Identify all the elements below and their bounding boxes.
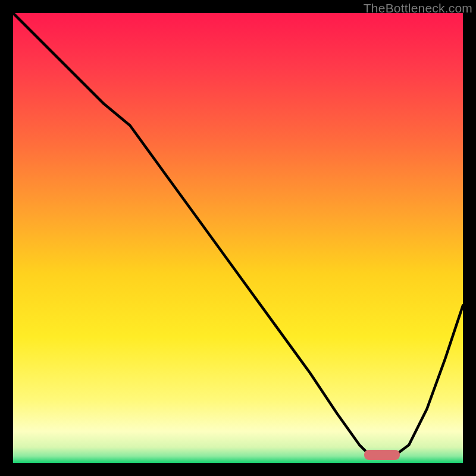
optimal-range-marker bbox=[364, 450, 400, 460]
bottleneck-chart bbox=[13, 13, 463, 463]
watermark-text: TheBottleneck.com bbox=[364, 1, 472, 15]
chart-frame bbox=[13, 13, 463, 463]
